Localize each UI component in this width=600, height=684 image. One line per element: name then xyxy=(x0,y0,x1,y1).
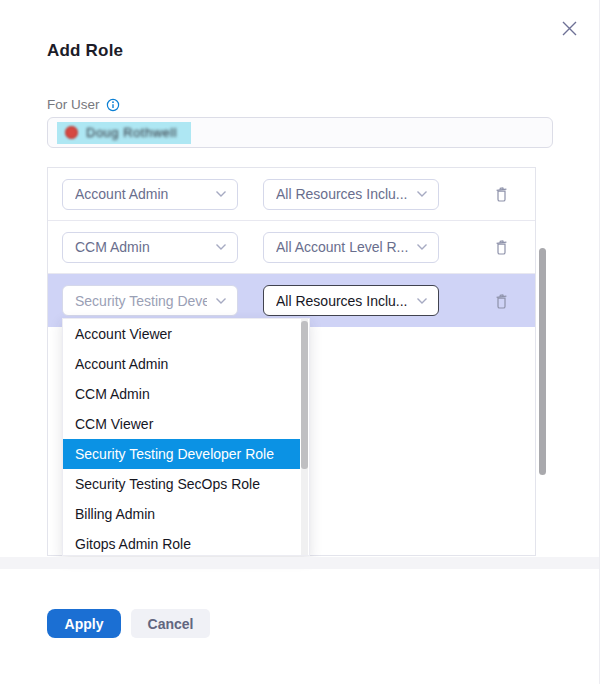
delete-row-3-button[interactable] xyxy=(486,286,516,316)
dropdown-option[interactable]: Account Admin xyxy=(63,349,309,379)
selected-user-chip: Doug Rothwell xyxy=(57,122,191,144)
user-select-field[interactable]: Doug Rothwell xyxy=(47,117,553,148)
user-avatar xyxy=(65,126,78,139)
page-title: Add Role xyxy=(47,41,123,61)
role-select-1[interactable]: Account Admin xyxy=(62,179,238,210)
dropdown-option[interactable]: Gitops Admin Role xyxy=(63,529,309,556)
chevron-down-icon xyxy=(416,297,428,305)
role-select-3-open[interactable]: Security Testing Developer Role xyxy=(62,285,238,316)
dropdown-option[interactable]: Security Testing SecOps Role xyxy=(63,469,309,499)
resource-select-2[interactable]: All Account Level R... xyxy=(263,232,439,263)
chevron-down-icon xyxy=(416,190,428,198)
trash-icon xyxy=(493,238,510,256)
for-user-label: For User xyxy=(47,97,100,112)
dropdown-scrollbar-thumb[interactable] xyxy=(301,321,308,469)
cancel-button[interactable]: Cancel xyxy=(131,609,210,638)
add-role-modal: Add Role For User Doug Rothwell Account … xyxy=(0,0,600,684)
trash-icon xyxy=(493,292,510,310)
dropdown-option[interactable]: Account Viewer xyxy=(63,319,309,349)
trash-icon xyxy=(493,185,510,203)
chevron-down-icon xyxy=(215,190,227,198)
dropdown-option[interactable]: CCM Admin xyxy=(63,379,309,409)
resource-select-1-value: All Resources Inclu... xyxy=(276,186,408,202)
role-options-dropdown: Account Viewer Account Admin CCM Admin C… xyxy=(62,318,310,556)
role-row-1: Account Admin All Resources Inclu... xyxy=(48,168,535,221)
delete-row-2-button[interactable] xyxy=(486,232,516,262)
resource-select-3[interactable]: All Resources Inclu... xyxy=(263,285,439,316)
chevron-down-icon xyxy=(215,297,227,305)
chevron-down-icon xyxy=(416,243,428,251)
info-icon[interactable] xyxy=(106,98,120,112)
delete-row-1-button[interactable] xyxy=(486,179,516,209)
modal-scrollbar-thumb[interactable] xyxy=(539,248,546,475)
close-icon xyxy=(561,20,578,37)
for-user-label-row: For User xyxy=(47,97,120,112)
footer-divider xyxy=(0,557,600,569)
resource-select-2-value: All Account Level R... xyxy=(276,239,408,255)
role-row-2: CCM Admin All Account Level R... xyxy=(48,221,535,274)
role-select-2-value: CCM Admin xyxy=(75,239,150,255)
role-select-3-placeholder: Security Testing Developer Role xyxy=(75,293,207,309)
close-button[interactable] xyxy=(557,16,581,40)
dropdown-option[interactable]: CCM Viewer xyxy=(63,409,309,439)
user-name-blurred: Doug Rothwell xyxy=(86,125,177,140)
dropdown-option-selected[interactable]: Security Testing Developer Role xyxy=(63,439,300,469)
chevron-down-icon xyxy=(215,243,227,251)
dropdown-option[interactable]: Billing Admin xyxy=(63,499,309,529)
role-select-1-value: Account Admin xyxy=(75,186,168,202)
role-select-2[interactable]: CCM Admin xyxy=(62,232,238,263)
apply-button[interactable]: Apply xyxy=(47,609,121,638)
resource-select-1[interactable]: All Resources Inclu... xyxy=(263,179,439,210)
resource-select-3-value: All Resources Inclu... xyxy=(276,293,408,309)
